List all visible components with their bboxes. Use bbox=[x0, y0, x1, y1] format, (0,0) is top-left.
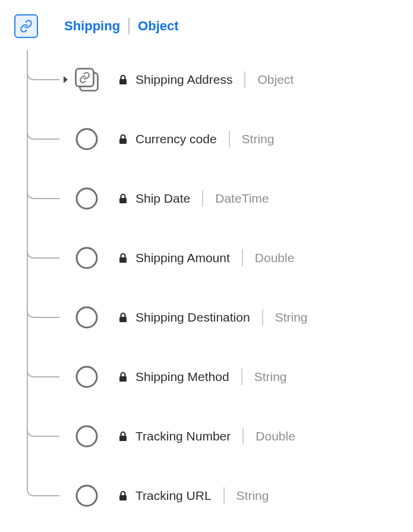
field-content: Shipping MethodString bbox=[118, 369, 286, 385]
field-type: Object bbox=[257, 73, 294, 87]
field-name: Shipping Method bbox=[135, 370, 229, 384]
svg-rect-2 bbox=[119, 79, 127, 84]
lock-icon bbox=[118, 372, 128, 382]
root-node[interactable]: Shipping Object bbox=[14, 14, 399, 38]
field-type: String bbox=[275, 310, 308, 325]
field-name: Shipping Amount bbox=[135, 251, 230, 265]
svg-point-11 bbox=[77, 367, 97, 387]
separator bbox=[242, 428, 244, 445]
field-row[interactable]: Shipping DestinationString bbox=[26, 288, 399, 347]
stack-link-icon bbox=[74, 67, 100, 93]
svg-point-5 bbox=[77, 188, 97, 209]
schema-tree: Shipping Object Shipping AddressObjectCu… bbox=[14, 14, 399, 525]
circle-icon bbox=[74, 185, 100, 212]
svg-rect-12 bbox=[119, 376, 127, 382]
field-type: String bbox=[242, 132, 275, 146]
tree-connector bbox=[26, 228, 59, 288]
svg-rect-14 bbox=[119, 436, 127, 441]
field-type: DateTime bbox=[215, 191, 269, 206]
svg-rect-8 bbox=[119, 257, 127, 263]
circle-icon bbox=[74, 245, 100, 271]
separator bbox=[229, 131, 230, 147]
field-content: Currency codeString bbox=[118, 131, 274, 147]
lock-icon bbox=[118, 74, 128, 85]
chevron-placeholder bbox=[61, 431, 71, 442]
svg-rect-6 bbox=[119, 198, 127, 203]
tree-connector bbox=[26, 466, 59, 525]
chevron-placeholder bbox=[61, 253, 71, 263]
lock-icon bbox=[118, 431, 128, 442]
tree-connector bbox=[26, 407, 59, 466]
chevron-placeholder bbox=[61, 134, 71, 144]
field-content: Shipping AddressObject bbox=[118, 71, 294, 88]
circle-icon bbox=[74, 364, 100, 390]
root-label: Shipping Object bbox=[64, 18, 179, 34]
tree-connector bbox=[26, 347, 59, 407]
svg-rect-16 bbox=[119, 495, 127, 500]
circle-icon bbox=[74, 483, 100, 509]
chevron-placeholder bbox=[61, 372, 71, 382]
field-name: Currency code bbox=[135, 132, 217, 146]
chevron-placeholder bbox=[61, 490, 71, 501]
field-content: Shipping DestinationString bbox=[118, 309, 308, 326]
tree-connector bbox=[26, 50, 59, 109]
lock-icon bbox=[118, 134, 128, 144]
expand-chevron-icon[interactable] bbox=[61, 74, 71, 85]
field-name: Ship Date bbox=[135, 191, 190, 206]
circle-icon bbox=[74, 304, 100, 330]
field-type: Double bbox=[255, 251, 295, 265]
field-row[interactable]: Tracking NumberDouble bbox=[26, 407, 399, 466]
field-content: Shipping AmountDouble bbox=[118, 250, 294, 266]
link-icon bbox=[14, 14, 38, 38]
field-type: Double bbox=[256, 429, 295, 443]
separator bbox=[128, 18, 130, 34]
field-name: Tracking Number bbox=[135, 429, 231, 443]
svg-rect-1 bbox=[76, 69, 94, 87]
field-content: Ship DateDateTime bbox=[118, 190, 269, 207]
chevron-placeholder bbox=[61, 312, 71, 323]
separator bbox=[262, 309, 263, 326]
field-row[interactable]: Shipping AddressObject bbox=[26, 50, 399, 109]
tree-connector bbox=[26, 288, 59, 347]
separator bbox=[241, 369, 242, 385]
field-content: Tracking URLString bbox=[118, 487, 269, 504]
circle-icon bbox=[74, 423, 100, 449]
svg-point-7 bbox=[77, 248, 97, 268]
field-name: Tracking URL bbox=[135, 489, 212, 503]
separator bbox=[223, 487, 225, 504]
tree-connector bbox=[26, 169, 59, 228]
root-name: Shipping bbox=[64, 18, 120, 34]
circle-icon bbox=[74, 126, 100, 152]
lock-icon bbox=[118, 312, 128, 323]
separator bbox=[244, 71, 245, 88]
svg-point-15 bbox=[77, 486, 97, 506]
lock-icon bbox=[118, 490, 128, 501]
lock-icon bbox=[118, 193, 128, 204]
lock-icon bbox=[118, 253, 128, 263]
svg-point-13 bbox=[77, 426, 97, 446]
separator bbox=[242, 250, 243, 266]
field-type: String bbox=[254, 370, 287, 384]
svg-rect-4 bbox=[119, 138, 127, 144]
separator bbox=[202, 190, 203, 207]
field-row[interactable]: Tracking URLString bbox=[26, 466, 399, 525]
svg-point-3 bbox=[77, 129, 97, 149]
field-row[interactable]: Ship DateDateTime bbox=[26, 169, 399, 228]
field-name: Shipping Destination bbox=[135, 310, 250, 325]
field-row[interactable]: Shipping AmountDouble bbox=[26, 228, 399, 288]
field-row[interactable]: Shipping MethodString bbox=[26, 347, 399, 407]
field-content: Tracking NumberDouble bbox=[118, 428, 295, 445]
chevron-placeholder bbox=[61, 193, 71, 204]
tree-connector bbox=[26, 109, 59, 169]
root-type: Object bbox=[138, 18, 178, 34]
field-name: Shipping Address bbox=[135, 73, 232, 87]
svg-point-9 bbox=[77, 307, 97, 328]
children-container: Shipping AddressObjectCurrency codeStrin… bbox=[26, 50, 399, 525]
field-type: String bbox=[237, 489, 269, 503]
svg-rect-10 bbox=[119, 317, 127, 322]
field-row[interactable]: Currency codeString bbox=[26, 109, 399, 169]
